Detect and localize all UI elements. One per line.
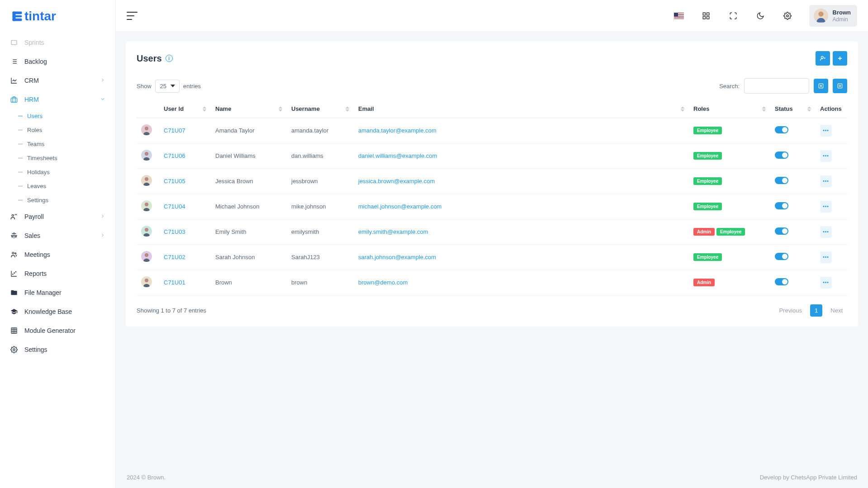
column-username[interactable]: Username bbox=[287, 100, 354, 118]
status-toggle[interactable] bbox=[775, 227, 788, 235]
sub-label: Settings bbox=[27, 197, 48, 204]
table-row: C71U04Michael Johnsonmike.johnsonmichael… bbox=[137, 194, 847, 219]
status-toggle[interactable] bbox=[775, 126, 788, 133]
status-toggle[interactable] bbox=[775, 253, 788, 260]
cell-name: Emily Smith bbox=[211, 219, 287, 245]
sidebar-item-reports[interactable]: Reports bbox=[0, 264, 115, 283]
pagination-prev[interactable]: Previous bbox=[774, 304, 806, 317]
email-link[interactable]: emily.smith@example.com bbox=[358, 228, 428, 235]
add-user-button[interactable] bbox=[833, 51, 847, 66]
user-id-link[interactable]: C71U06 bbox=[164, 152, 185, 159]
user-id-link[interactable]: C71U02 bbox=[164, 254, 185, 261]
user-id-link[interactable]: C71U05 bbox=[164, 178, 185, 185]
sprint-icon bbox=[10, 38, 18, 47]
row-actions-button[interactable]: ••• bbox=[820, 277, 832, 289]
column-user-id[interactable]: User Id bbox=[159, 100, 211, 118]
column-status[interactable]: Status bbox=[770, 100, 816, 118]
status-toggle[interactable] bbox=[775, 152, 788, 159]
sidebar-sub-settings[interactable]: Settings bbox=[8, 193, 115, 207]
brand-logo[interactable]: tintar bbox=[0, 0, 115, 32]
export-excel-button[interactable] bbox=[814, 79, 828, 93]
svg-point-17 bbox=[15, 271, 16, 272]
role-badge: Employee bbox=[693, 152, 722, 160]
email-link[interactable]: michael.johnson@example.com bbox=[358, 203, 441, 210]
email-link[interactable]: sarah.johnson@example.com bbox=[358, 254, 436, 261]
status-toggle[interactable] bbox=[775, 177, 788, 184]
table-row: C71U07Amanda Tayloramanda.tayloramanda.t… bbox=[137, 118, 847, 143]
sidebar-sub-leaves[interactable]: Leaves bbox=[8, 179, 115, 193]
email-link[interactable]: daniel.williams@example.com bbox=[358, 152, 437, 159]
search-input[interactable] bbox=[744, 78, 809, 94]
settings-button[interactable] bbox=[778, 7, 797, 25]
sidebar-item-label: Module Generator bbox=[24, 327, 76, 334]
row-actions-button[interactable]: ••• bbox=[820, 125, 832, 137]
scale-icon bbox=[10, 232, 18, 240]
sidebar-item-label: Knowledge Base bbox=[24, 308, 72, 315]
invite-user-button[interactable] bbox=[816, 51, 830, 66]
sidebar-item-hrm[interactable]: HRM bbox=[0, 90, 115, 109]
user-id-link[interactable]: C71U04 bbox=[164, 203, 185, 210]
email-link[interactable]: brown@demo.com bbox=[358, 279, 408, 286]
sidebar-sub-users[interactable]: Users bbox=[8, 109, 115, 123]
status-toggle[interactable] bbox=[775, 278, 788, 285]
sidebar-item-backlog[interactable]: Backlog bbox=[0, 52, 115, 71]
sidebar: tintar Sprints Backlog CRM HRM bbox=[0, 0, 116, 488]
user-id-link[interactable]: C71U03 bbox=[164, 228, 185, 235]
sidebar-sub-roles[interactable]: Roles bbox=[8, 123, 115, 137]
apps-grid-button[interactable] bbox=[697, 7, 715, 25]
fullscreen-button[interactable] bbox=[724, 7, 742, 25]
pagination-next[interactable]: Next bbox=[826, 304, 847, 317]
sidebar-item-sprints[interactable]: Sprints bbox=[0, 33, 115, 52]
sidebar-item-label: HRM bbox=[24, 96, 39, 103]
email-link[interactable]: jessica.brown@example.com bbox=[358, 178, 435, 185]
status-toggle[interactable] bbox=[775, 202, 788, 209]
export-csv-button[interactable] bbox=[833, 79, 847, 93]
table-row: C71U05Jessica Brownjessbrownjessica.brow… bbox=[137, 169, 847, 194]
row-avatar-icon bbox=[141, 226, 152, 237]
svg-point-50 bbox=[145, 253, 148, 257]
dark-mode-button[interactable] bbox=[751, 7, 769, 25]
row-actions-button[interactable]: ••• bbox=[820, 150, 832, 162]
info-icon[interactable]: i bbox=[166, 55, 173, 62]
row-actions-button[interactable]: ••• bbox=[820, 226, 832, 238]
sidebar-item-payroll[interactable]: Payroll bbox=[0, 207, 115, 226]
sidebar-sub-holidays[interactable]: Holidays bbox=[8, 165, 115, 179]
column-roles[interactable]: Roles bbox=[689, 100, 770, 118]
table-row: C71U03Emily Smithemilysmithemily.smith@e… bbox=[137, 219, 847, 245]
sidebar-item-settings[interactable]: Settings bbox=[0, 340, 115, 359]
pagination-page-1[interactable]: 1 bbox=[810, 304, 822, 317]
sidebar-item-file-manager[interactable]: File Manager bbox=[0, 283, 115, 302]
svg-point-44 bbox=[145, 177, 148, 181]
cell-roles: AdminEmployee bbox=[689, 219, 770, 245]
sidebar-item-sales[interactable]: Sales bbox=[0, 226, 115, 245]
sidebar-sub-teams[interactable]: Teams bbox=[8, 137, 115, 151]
column-email[interactable]: Email bbox=[354, 100, 689, 118]
sidebar-item-crm[interactable]: CRM bbox=[0, 71, 115, 90]
svg-point-40 bbox=[145, 127, 148, 130]
row-actions-button[interactable]: ••• bbox=[820, 201, 832, 213]
user-id-link[interactable]: C71U01 bbox=[164, 279, 185, 286]
payroll-icon bbox=[10, 213, 18, 221]
svg-rect-18 bbox=[11, 328, 17, 333]
menu-toggle-button[interactable] bbox=[127, 12, 138, 20]
chevron-right-icon bbox=[100, 77, 105, 84]
sidebar-item-knowledge-base[interactable]: Knowledge Base bbox=[0, 302, 115, 321]
sidebar-sub-timesheets[interactable]: Timesheets bbox=[8, 151, 115, 165]
user-menu-button[interactable]: Brown Admin bbox=[809, 5, 857, 27]
email-link[interactable]: amanda.taylor@example.com bbox=[358, 127, 436, 134]
page-size-select[interactable]: 25 bbox=[155, 80, 180, 93]
sidebar-item-module-generator[interactable]: Module Generator bbox=[0, 321, 115, 340]
row-actions-button[interactable]: ••• bbox=[820, 251, 832, 263]
svg-point-46 bbox=[145, 203, 148, 206]
cell-name: Sarah Johnson bbox=[211, 245, 287, 270]
user-id-link[interactable]: C71U07 bbox=[164, 127, 185, 134]
column-name[interactable]: Name bbox=[211, 100, 287, 118]
row-actions-button[interactable]: ••• bbox=[820, 175, 832, 187]
svg-point-23 bbox=[13, 349, 15, 351]
sidebar-item-label: Meetings bbox=[24, 251, 50, 258]
pagination: Previous 1 Next bbox=[774, 304, 847, 317]
sub-label: Roles bbox=[27, 127, 42, 133]
sidebar-item-meetings[interactable]: Meetings bbox=[0, 245, 115, 264]
user-avatar-icon bbox=[814, 9, 828, 23]
language-flag-button[interactable] bbox=[670, 7, 688, 25]
